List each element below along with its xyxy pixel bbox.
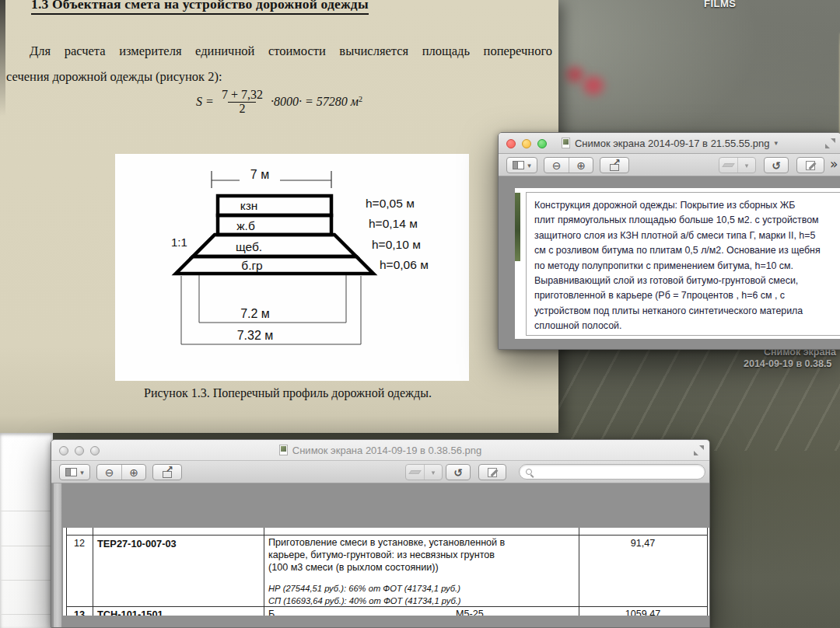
city-lights xyxy=(731,19,840,144)
row12-desc-line1: Приготовление смеси в установке, установ… xyxy=(268,537,505,548)
layer1-h-label: h=0,05 м xyxy=(366,197,415,210)
red-light-glow xyxy=(566,67,583,82)
top-window-toolbar: ▾ ⊖ ⊕ ↗ ▾ ↺ » xyxy=(499,154,840,176)
layer3-label: щеб. xyxy=(236,240,262,253)
minimize-button[interactable] xyxy=(75,446,84,455)
image-green-edge xyxy=(515,193,520,261)
zoom-button[interactable] xyxy=(90,446,100,455)
table-border xyxy=(93,528,93,616)
markup-button[interactable] xyxy=(478,464,506,480)
fullscreen-icon[interactable] xyxy=(694,445,704,455)
background-window-row-divider xyxy=(0,614,53,615)
slope-label: 1:1 xyxy=(171,236,187,249)
highlighter-icon xyxy=(408,470,422,474)
minimize-button[interactable] xyxy=(522,139,531,148)
chevron-down-icon: ▾ xyxy=(80,469,84,476)
share-button[interactable]: ↗ xyxy=(600,157,629,173)
layer1-label: кзн xyxy=(240,199,258,212)
table-border xyxy=(264,528,264,616)
document-paragraph-line1: Для расчета измерителя единичной стоимос… xyxy=(6,44,552,59)
top-window-title: Снимок экрана 2014-09-17 в 21.55.55.png xyxy=(575,138,770,149)
bottom-window-titlebar[interactable]: Снимок экрана 2014-09-19 в 0.38.56.png xyxy=(51,440,709,461)
desktop-file-icon-label[interactable]: Снимок экрана 2014-09-19 в 0.38.5 xyxy=(744,347,836,370)
formula-rhs: ·8000· = 57280 м2 xyxy=(271,95,362,109)
zoom-buttons: ⊖ ⊕ xyxy=(96,464,146,480)
construction-line: приготовленной в карьере (Рб = 7проценто… xyxy=(534,288,840,303)
formula-numerator: 7 + 7,32 xyxy=(219,89,266,102)
document-proxy-icon[interactable] xyxy=(279,445,288,455)
rotate-button[interactable]: ↺ xyxy=(446,464,471,480)
desktop-file-label-line2: 2014-09-19 в 0.38.5 xyxy=(744,358,836,370)
construction-text-box: Конструкция дорожной одежды: Покрытие из… xyxy=(526,192,840,336)
document-proxy-icon[interactable] xyxy=(562,138,570,148)
edit-pencil-icon xyxy=(806,161,815,170)
formula-denominator: 2 xyxy=(228,102,256,116)
top-window-titlebar[interactable]: Снимок экрана 2014-09-17 в 21.55.55.png … xyxy=(499,133,840,154)
fullscreen-icon[interactable] xyxy=(825,138,835,148)
highlight-button[interactable]: ▾ xyxy=(719,157,756,173)
sidebar-view-icon xyxy=(65,468,77,476)
zoom-out-button[interactable]: ⊖ xyxy=(544,158,569,173)
row13-partial: 13 ТСН-101-1501 Б М5-25 1059,47 xyxy=(63,607,710,616)
bottom-window-content: 12 ТЕР27-10-007-03 Приготовление смеси в… xyxy=(51,483,709,628)
row13-desc: Б xyxy=(268,609,275,616)
dim-bottom2-label: 7.32 м xyxy=(237,329,274,342)
construction-line: Выравнивающий слой из готовой битумо-гру… xyxy=(534,274,840,288)
scrollbar-gutter[interactable] xyxy=(53,483,62,628)
rotate-button[interactable]: ↺ xyxy=(764,157,789,173)
zoom-button[interactable] xyxy=(537,139,547,148)
row12-desc-line3: (100 м3 смеси (в рыхлом состоянии)) xyxy=(268,562,439,573)
construction-line: устройством под плиты нетканого синтетич… xyxy=(534,304,840,319)
chevron-down-icon: ▾ xyxy=(424,465,442,480)
edit-pencil-icon xyxy=(488,468,497,477)
row13-number: 13 xyxy=(66,609,93,616)
row12-note-nr: НР (27544,51 руб.): 66% от ФОТ (41734,1 … xyxy=(268,584,460,593)
dim-top-label: 7 м xyxy=(250,168,269,181)
row12-number: 12 xyxy=(66,538,93,549)
red-light-glow xyxy=(583,76,604,95)
background-window xyxy=(0,433,53,628)
row12-note-sp: СП (16693,64 руб.): 40% от ФОТ (41734,1 … xyxy=(268,596,461,605)
dim-bottom1-label: 7.2 м xyxy=(240,307,270,320)
row13-mark: М5-25 xyxy=(456,609,484,616)
bottom-window-toolbar: ▾ ⊖ ⊕ ↗ ▾ ↺ xyxy=(51,461,709,483)
share-icon: ↗ xyxy=(610,160,620,171)
sidebar-view-icon xyxy=(513,161,524,169)
title-dropdown-icon[interactable]: ▾ xyxy=(775,139,779,147)
formula-superscript: 2 xyxy=(359,95,362,103)
construction-line: сплошной полосой. xyxy=(534,319,840,333)
search-input[interactable] xyxy=(532,466,705,478)
close-button[interactable] xyxy=(59,446,68,455)
preview-window-bottom: Снимок экрана 2014-09-19 в 0.38.56.png ▾… xyxy=(51,439,710,628)
document-paragraph-line2: сечения дорожной одежды (рисунок 2): xyxy=(6,69,222,85)
layer4-label: б.гр xyxy=(241,259,262,272)
share-button[interactable]: ↗ xyxy=(152,464,182,480)
zoom-buttons: ⊖ ⊕ xyxy=(544,157,593,173)
formula-lhs: S = xyxy=(196,95,214,109)
row13-code: ТСН-101-1501 xyxy=(97,609,163,616)
table-border xyxy=(707,528,708,616)
zoom-in-button[interactable]: ⊕ xyxy=(121,465,145,480)
figure-road-cross-section: 7 м кзн ж.б щеб. б.гр 1:1 h=0,05 м h=0,1… xyxy=(115,154,469,381)
construction-text-image: Конструкция дорожной одежды: Покрытие из… xyxy=(515,188,840,339)
view-menu-button[interactable]: ▾ xyxy=(59,464,90,480)
highlight-button[interactable]: ▾ xyxy=(405,464,443,480)
layer3-h-label: h=0,10 м xyxy=(372,238,421,251)
view-menu-button[interactable]: ▾ xyxy=(506,157,537,173)
wallpaper-films-label: FILMS xyxy=(704,0,737,9)
figure-caption: Рисунок 1.3. Поперечный профиль дорожной… xyxy=(0,386,576,400)
formula-fraction: 7 + 7,32 2 xyxy=(219,89,266,116)
table-border xyxy=(66,535,707,536)
chevron-down-icon: ▾ xyxy=(527,162,531,169)
zoom-in-button[interactable]: ⊕ xyxy=(569,158,593,173)
construction-line: см с розливом битума по плитам 0,5 л/м2.… xyxy=(534,243,840,258)
toolbar-overflow-button[interactable]: » xyxy=(830,156,838,172)
preview-window-top: Снимок экрана 2014-09-17 в 21.55.55.png … xyxy=(498,132,840,350)
markup-button[interactable] xyxy=(796,157,824,173)
bottom-window-traffic-lights xyxy=(59,446,100,455)
close-button[interactable] xyxy=(506,139,516,148)
screen: FILMS Снимок экрана 2014-09-19 в 0.38.5 … xyxy=(0,0,840,628)
background-window-row-divider xyxy=(0,546,53,546)
background-window-row-divider xyxy=(0,580,53,581)
zoom-out-button[interactable]: ⊖ xyxy=(97,465,121,480)
